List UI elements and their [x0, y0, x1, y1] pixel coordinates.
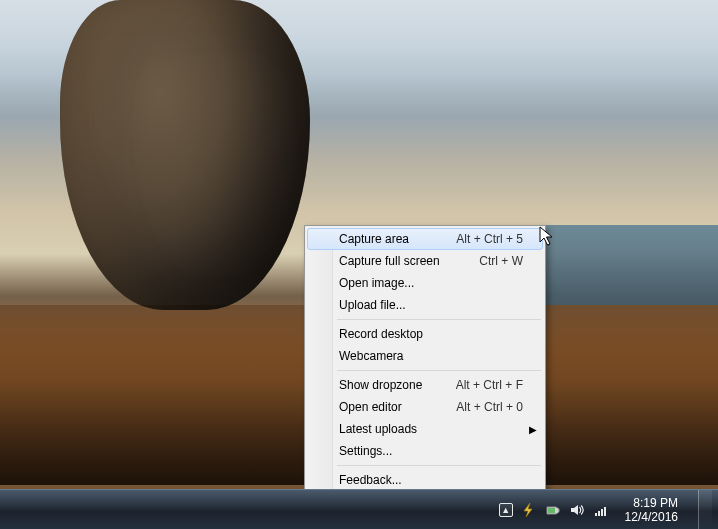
svg-rect-2: [598, 511, 600, 516]
menu-item-open-image[interactable]: Open image...: [307, 272, 543, 294]
menu-item-shortcut: Alt + Ctrl + 5: [456, 232, 523, 246]
show-desktop-button[interactable]: [698, 490, 712, 530]
menu-item-label: Upload file...: [339, 298, 523, 312]
volume-icon[interactable]: [569, 502, 585, 518]
menu-item-feedback[interactable]: Feedback...: [307, 469, 543, 491]
wallpaper-rock: [60, 0, 310, 310]
svg-rect-1: [595, 513, 597, 516]
tray-context-menu[interactable]: Capture areaAlt + Ctrl + 5Capture full s…: [304, 225, 546, 516]
menu-item-label: Open image...: [339, 276, 523, 290]
menu-item-shortcut: Alt + Ctrl + F: [456, 378, 523, 392]
menu-item-label: Latest uploads: [339, 422, 523, 436]
menu-separator: [337, 316, 541, 323]
desktop-wallpaper: Capture areaAlt + Ctrl + 5Capture full s…: [0, 0, 718, 529]
menu-item-capture-area[interactable]: Capture areaAlt + Ctrl + 5: [307, 228, 543, 250]
power-icon[interactable]: [545, 502, 561, 518]
menu-item-capture-fullscreen[interactable]: Capture full screenCtrl + W: [307, 250, 543, 272]
menu-item-label: Webcamera: [339, 349, 523, 363]
svg-rect-4: [604, 507, 606, 516]
menu-item-record-desktop[interactable]: Record desktop: [307, 323, 543, 345]
svg-rect-3: [601, 509, 603, 516]
clock-time: 8:19 PM: [633, 496, 678, 510]
menu-item-label: Record desktop: [339, 327, 523, 341]
svg-rect-0: [548, 508, 555, 513]
taskbar-clock[interactable]: 8:19 PM 12/4/2016: [617, 496, 686, 524]
menu-item-shortcut: Alt + Ctrl + 0: [456, 400, 523, 414]
menu-item-latest-uploads[interactable]: Latest uploads▶: [307, 418, 543, 440]
taskbar[interactable]: ▲: [0, 489, 718, 529]
menu-separator: [337, 462, 541, 469]
menu-item-upload-file[interactable]: Upload file...: [307, 294, 543, 316]
system-tray[interactable]: ▲: [489, 490, 718, 529]
lightning-icon[interactable]: [521, 502, 537, 518]
clock-date: 12/4/2016: [625, 510, 678, 524]
menu-item-label: Settings...: [339, 444, 523, 458]
menu-item-label: Open editor: [339, 400, 444, 414]
menu-item-label: Show dropzone: [339, 378, 444, 392]
show-hidden-icons[interactable]: ▲: [499, 503, 513, 517]
menu-item-shortcut: Ctrl + W: [479, 254, 523, 268]
menu-item-show-dropzone[interactable]: Show dropzoneAlt + Ctrl + F: [307, 374, 543, 396]
menu-item-label: Capture area: [339, 232, 444, 246]
menu-item-label: Feedback...: [339, 473, 523, 487]
menu-item-open-editor[interactable]: Open editorAlt + Ctrl + 0: [307, 396, 543, 418]
menu-separator: [337, 367, 541, 374]
menu-item-settings[interactable]: Settings...: [307, 440, 543, 462]
network-icon[interactable]: [593, 502, 609, 518]
menu-item-webcamera[interactable]: Webcamera: [307, 345, 543, 367]
menu-item-label: Capture full screen: [339, 254, 467, 268]
submenu-arrow-icon: ▶: [529, 424, 537, 435]
